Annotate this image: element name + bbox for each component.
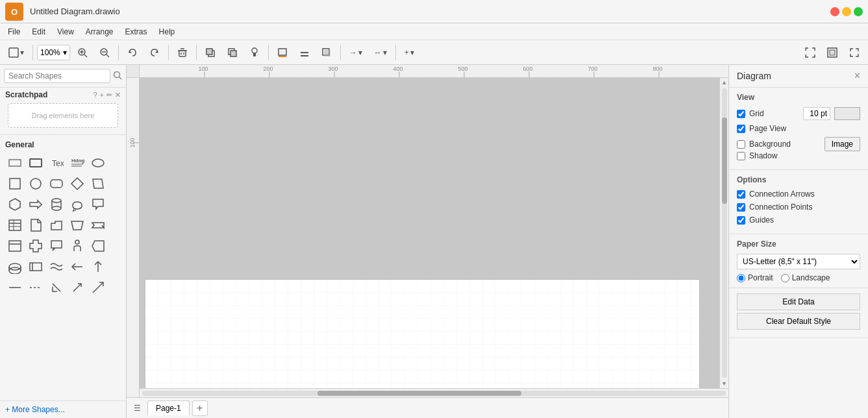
menu-arrange[interactable]: Arrange [81, 26, 119, 38]
grid-color-swatch[interactable] [834, 107, 860, 120]
redo-button[interactable] [145, 45, 164, 60]
shape-ellipse[interactable] [88, 153, 108, 173]
background-checkbox[interactable] [737, 140, 745, 149]
shape-speech-bubble[interactable] [47, 236, 66, 256]
minimize-window-button[interactable] [842, 7, 851, 16]
menu-help[interactable]: Help [154, 26, 180, 38]
shape-rectangle[interactable] [26, 153, 45, 173]
search-shapes-input[interactable] [4, 69, 110, 83]
add-page-button[interactable]: + [192, 400, 208, 416]
shape-process[interactable] [88, 236, 108, 256]
to-front-button[interactable] [201, 45, 220, 60]
shape-cylinder[interactable] [47, 195, 66, 214]
shape-table[interactable] [5, 215, 25, 235]
shape-square[interactable] [5, 174, 25, 193]
scroll-up-button[interactable]: ▲ [720, 78, 729, 87]
more-shapes-button[interactable]: + More Shapes... [0, 400, 126, 418]
shape-callout[interactable] [88, 195, 108, 214]
menu-file[interactable]: File [3, 26, 25, 38]
page-tab[interactable]: Page-1 [147, 400, 190, 415]
shape-rounded-rect[interactable] [47, 174, 66, 193]
menu-extras[interactable]: Extras [120, 26, 153, 38]
landscape-radio[interactable] [781, 274, 789, 282]
shape-person[interactable] [68, 236, 87, 256]
shape-parallelogram[interactable] [88, 174, 108, 193]
zoom-out-button[interactable] [95, 45, 114, 60]
scratchpad-add-icon[interactable]: + [100, 91, 104, 99]
connection-arrows-checkbox[interactable] [737, 190, 745, 199]
to-back-button[interactable] [223, 45, 242, 60]
shape-heading[interactable]: Hdng [68, 153, 87, 173]
fill-color-button[interactable] [273, 45, 292, 60]
scratchpad-help-icon[interactable]: ? [93, 91, 97, 99]
shape-arrow-down-left[interactable] [47, 278, 66, 297]
scratchpad-edit-icon[interactable]: ✏ [106, 91, 112, 99]
shape-doc[interactable] [26, 215, 45, 235]
waypoint-button[interactable]: ↔ ▾ [369, 45, 391, 60]
shape-arrow-up-right[interactable] [68, 278, 87, 297]
shape-tab[interactable] [47, 215, 66, 235]
zoom-in-button[interactable] [73, 45, 92, 60]
fit-page-button[interactable] [800, 45, 820, 60]
menu-view[interactable]: View [52, 26, 79, 38]
close-window-button[interactable] [830, 7, 839, 16]
shape-card[interactable] [5, 236, 25, 256]
edit-data-button[interactable]: Edit Data [737, 293, 860, 310]
panel-close-button[interactable]: × [854, 70, 860, 82]
shadow-button[interactable] [317, 45, 336, 60]
insert-button[interactable]: + ▾ [400, 45, 419, 60]
maximize-window-button[interactable] [854, 7, 863, 16]
shape-circle[interactable] [26, 174, 45, 193]
shape-line[interactable] [5, 278, 25, 297]
portrait-label[interactable]: Portrait [737, 273, 773, 282]
shape-arrow-left[interactable] [68, 257, 87, 277]
page-menu-button[interactable]: ☰ [129, 400, 145, 416]
shape-trapezoid[interactable] [68, 215, 87, 235]
shape-cross[interactable] [26, 236, 45, 256]
main-canvas[interactable] [140, 78, 728, 388]
horizontal-scrollbar[interactable] [140, 388, 728, 397]
shape-diamond[interactable] [68, 174, 87, 193]
canvas-container[interactable]: 100 200 300 400 500 600 700 800 [127, 65, 728, 397]
grid-checkbox[interactable] [737, 110, 745, 118]
menu-edit[interactable]: Edit [27, 26, 51, 38]
shape-diagonal-arrow[interactable] [88, 278, 108, 297]
h-scroll-thumb[interactable] [317, 391, 522, 396]
delete-button[interactable] [173, 45, 192, 60]
fullscreen-button[interactable] [845, 45, 864, 60]
expand-button[interactable] [823, 45, 842, 60]
format-selector-button[interactable]: ▾ [4, 45, 29, 60]
zoom-level-selector[interactable]: 100% ▾ [37, 45, 70, 60]
svg-text:700: 700 [588, 66, 597, 72]
portrait-radio[interactable] [737, 274, 745, 282]
grid-size-input[interactable]: 10 pt [803, 107, 830, 120]
shape-hexagon[interactable] [5, 195, 25, 214]
paper-size-select[interactable]: US-Letter (8,5" x 11") A4 (210 × 297 mm)… [737, 254, 860, 269]
scratchpad-delete-icon[interactable]: ✕ [115, 91, 121, 99]
shape-data[interactable] [5, 257, 25, 277]
landscape-label[interactable]: Landscape [781, 273, 830, 282]
shape-thought-bubble[interactable] [68, 195, 87, 214]
shape-arrow-right[interactable] [26, 195, 45, 214]
guides-checkbox[interactable] [737, 216, 745, 225]
page-view-checkbox[interactable] [737, 125, 745, 133]
scroll-down-button[interactable]: ▼ [720, 379, 729, 388]
shape-ribbon[interactable] [88, 215, 108, 235]
shape-rectangle-thin[interactable] [5, 153, 25, 173]
connection-points-checkbox[interactable] [737, 203, 745, 212]
shadow-checkbox[interactable] [737, 152, 745, 160]
shape-dotted-line[interactable] [26, 278, 45, 297]
shape-arrow-up[interactable] [88, 257, 108, 277]
undo-button[interactable] [123, 45, 142, 60]
v-scroll-thumb[interactable] [722, 117, 727, 204]
search-button[interactable] [113, 71, 122, 82]
vertical-scrollbar[interactable]: ▲ ▼ [719, 78, 728, 388]
shape-predefined[interactable] [26, 257, 45, 277]
line-color-button[interactable] [295, 45, 314, 60]
shape-text[interactable]: Text [47, 153, 66, 173]
connection-style-button[interactable]: → ▾ [345, 45, 367, 60]
clear-default-style-button[interactable]: Clear Default Style [737, 313, 860, 330]
background-image-button[interactable]: Image [825, 137, 860, 151]
shape-wavy[interactable] [47, 257, 66, 277]
format-paint-button[interactable] [245, 45, 264, 60]
